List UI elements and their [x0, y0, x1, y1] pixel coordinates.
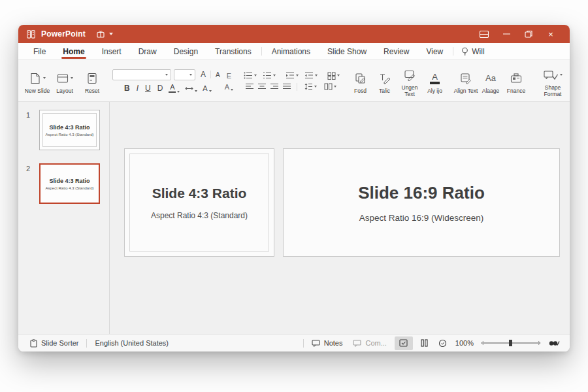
- fnance-icon: [510, 72, 523, 85]
- menu-view[interactable]: View: [417, 43, 451, 59]
- align-left-icon[interactable]: [245, 83, 254, 90]
- view-mode-indicator[interactable]: Slide Sorter: [25, 339, 84, 348]
- font-size-chevron-icon[interactable]: [189, 74, 192, 76]
- numbering-chevron-icon[interactable]: [273, 74, 276, 76]
- normal-view-button[interactable]: [395, 336, 413, 350]
- reading-view-button[interactable]: [434, 336, 452, 350]
- tell-me-item[interactable]: Will: [455, 47, 491, 56]
- menu-review[interactable]: Review: [375, 43, 417, 59]
- fit-to-window-icon: [549, 340, 560, 347]
- numbering-button[interactable]: [261, 72, 278, 79]
- menu-slide-show[interactable]: Slide Show: [319, 43, 375, 59]
- columns-button[interactable]: [322, 83, 338, 90]
- outline-effects-button[interactable]: E: [224, 72, 234, 80]
- language-label: English (United States): [95, 339, 169, 347]
- lightbulb-icon: [461, 47, 468, 56]
- font-name-combobox[interactable]: [112, 69, 171, 80]
- layout-chevron-icon[interactable]: [71, 77, 73, 79]
- text-direction-chevron-icon[interactable]: [337, 74, 340, 76]
- slide-thumbnail-2-selected[interactable]: Slide 4:3 Ratio Aspect Ratio 4.3 (Standa…: [39, 163, 100, 204]
- shape-format-button[interactable]: Shape Format: [536, 65, 570, 97]
- layout-button[interactable]: Layout: [51, 68, 78, 94]
- aly-ijo-button[interactable]: A Aly ijo: [423, 68, 447, 94]
- justify-icon[interactable]: [282, 83, 291, 90]
- text-direction-button[interactable]: [325, 72, 342, 80]
- line-spacing-button[interactable]: [302, 83, 319, 90]
- slide-thumbnail-1[interactable]: Slide 4:3 Ratio Aspect Ratio 4.3 (Standa…: [39, 110, 100, 150]
- bullets-button[interactable]: [242, 72, 259, 79]
- character-spacing-button[interactable]: [183, 85, 199, 92]
- talic-icon: [378, 72, 391, 85]
- menu-draw[interactable]: Draw: [130, 43, 165, 59]
- menu-insert[interactable]: Insert: [93, 43, 130, 59]
- font-name-chevron-icon[interactable]: [165, 74, 168, 76]
- align-center-icon[interactable]: [257, 83, 267, 90]
- highlight-chevron-icon[interactable]: [209, 90, 212, 92]
- talic-button[interactable]: Talic: [372, 68, 397, 94]
- language-indicator[interactable]: English (United States): [90, 339, 174, 347]
- fnance-button[interactable]: Fnance: [503, 68, 529, 94]
- underline-button[interactable]: U: [142, 84, 154, 93]
- strikethrough-button[interactable]: D: [155, 84, 166, 93]
- columns-icon: [324, 83, 333, 90]
- bold-button[interactable]: B: [122, 84, 133, 93]
- columns-chevron-icon[interactable]: [334, 86, 336, 88]
- slide-sorter-view-button[interactable]: [416, 336, 434, 350]
- highlight-color-button[interactable]: A: [201, 84, 213, 92]
- tell-me-label: Will: [472, 47, 484, 56]
- slide-16-9[interactable]: Slide 16:9 Ratio Aspect Ratio 16:9 (Wide…: [283, 148, 560, 257]
- font-color-chevron-icon[interactable]: [177, 91, 180, 93]
- shrink-font-button[interactable]: A: [213, 71, 223, 78]
- reading-view-icon: [438, 339, 447, 348]
- decrease-indent-chevron-icon[interactable]: [296, 74, 299, 76]
- menu-file[interactable]: File: [25, 43, 54, 59]
- menu-design[interactable]: Design: [165, 43, 206, 59]
- menu-transitions[interactable]: Transtions: [206, 43, 260, 59]
- font-size-combobox[interactable]: [174, 69, 195, 80]
- ribbon-display-options-button[interactable]: [473, 25, 495, 43]
- ungen-text-button[interactable]: Ungen Text: [397, 65, 423, 97]
- grow-font-button[interactable]: A: [198, 70, 208, 79]
- fit-to-window-button[interactable]: [545, 336, 563, 350]
- italic-button[interactable]: I: [134, 84, 141, 93]
- restore-button[interactable]: [517, 25, 540, 43]
- character-spacing-chevron-icon[interactable]: [195, 90, 197, 92]
- new-slide-chevron-icon[interactable]: [43, 77, 46, 79]
- menu-home[interactable]: Home: [54, 43, 93, 59]
- fosd-button[interactable]: Fosd: [348, 68, 372, 94]
- zoom-level[interactable]: 100%: [452, 339, 477, 347]
- close-button[interactable]: ×: [540, 25, 562, 43]
- reset-icon: [86, 72, 98, 85]
- zoom-slider[interactable]: [480, 339, 542, 347]
- text-effects-column: E A: [223, 62, 235, 100]
- line-spacing-icon: [304, 83, 313, 90]
- notes-button[interactable]: Notes: [306, 339, 348, 347]
- slide-4-3[interactable]: Slide 4:3 Ratio Aspect Ratio 4:3 (Standa…: [124, 148, 274, 257]
- share-dropdown-chevron-icon[interactable]: [109, 33, 113, 35]
- comments-icon: [353, 340, 361, 347]
- text-style-chevron-icon[interactable]: [231, 89, 233, 91]
- minimize-button[interactable]: [495, 25, 517, 43]
- line-spacing-chevron-icon[interactable]: [314, 86, 317, 88]
- font-color-button[interactable]: A: [167, 84, 182, 93]
- alaage-button[interactable]: Aa Alaage: [478, 68, 503, 94]
- reset-button[interactable]: Reset: [78, 68, 106, 94]
- shape-format-icon: [543, 69, 559, 82]
- zoom-slider-thumb[interactable]: [509, 340, 512, 346]
- menu-animations[interactable]: Animations: [263, 43, 319, 59]
- increase-indent-button[interactable]: [302, 72, 319, 79]
- share-icon[interactable]: [96, 29, 105, 39]
- decrease-indent-button[interactable]: [284, 72, 301, 79]
- increase-indent-chevron-icon[interactable]: [315, 74, 318, 76]
- align-text-button[interactable]: Align Text: [453, 68, 478, 94]
- shape-format-chevron-icon[interactable]: [560, 74, 563, 76]
- ungen-text-label: Ungen Text: [397, 84, 423, 97]
- text-style-button[interactable]: A: [223, 83, 235, 91]
- menu-separator: [453, 47, 453, 56]
- align-right-icon[interactable]: [270, 83, 279, 90]
- comments-button[interactable]: Com...: [348, 339, 391, 347]
- reset-label: Reset: [85, 88, 99, 94]
- new-slide-button[interactable]: New Slide: [24, 68, 51, 94]
- bullets-chevron-icon[interactable]: [254, 74, 257, 76]
- arrange-group: Align Text Aa Alaage Fnance: [453, 62, 529, 100]
